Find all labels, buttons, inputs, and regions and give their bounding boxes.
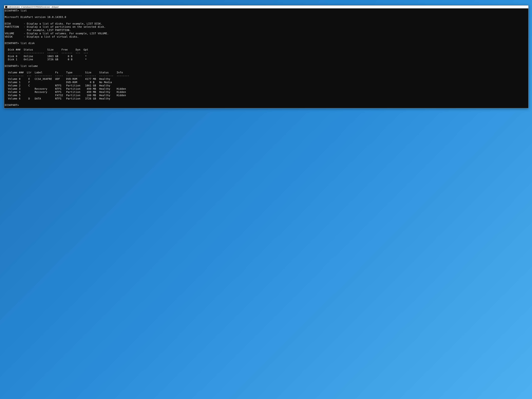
volume-table-sep: ---------- --- ----------- ----- -------… (5, 74, 129, 77)
disk-row: Disk 1 Online 3726 GB 0 B * (5, 58, 87, 61)
prompt: DISKPART> (5, 64, 19, 67)
help-vdisk-desc: - Displays a list of virtual disks. (24, 35, 79, 38)
volume-row: Volume 6 D DATA NTFS Partition 3726 GB H… (5, 97, 110, 100)
version-line: Microsoft DiskPart version 10.0.14393.0 (5, 16, 66, 19)
cmd-list-disk: list disk (20, 42, 35, 44)
window-title: Administrator: X:\windows\SYSTEM32\cmd.e… (8, 6, 59, 8)
cmd-list: list (20, 9, 27, 12)
help-partition-desc1: - Display a list of partitions on the se… (24, 25, 106, 28)
disk-row: Disk 0 Online 1863 GB 0 B * (5, 55, 87, 58)
help-disk-desc: - Display a list of disks. For example, … (24, 22, 102, 25)
titlebar[interactable]: C:\ Administrator: X:\windows\SYSTEM32\c… (4, 6, 528, 8)
help-disk-key: DISK (5, 22, 11, 25)
volume-row: Volume 5 FAT32 Partition 100 MB Healthy … (5, 94, 126, 97)
prompt: DISKPART> (5, 104, 19, 107)
volume-row: Volume 3 Recovery NTFS Partition 499 MB … (5, 87, 126, 90)
volume-row: Volume 2 C NTFS Partition 1861 GB Health… (5, 84, 110, 87)
terminal-output[interactable]: DISKPART> list Microsoft DiskPart versio… (4, 8, 528, 108)
volume-table-header: Volume ### Ltr Label Fs Type Size Status… (5, 71, 123, 74)
help-partition-desc2: For example, LIST PARTITION. (24, 29, 71, 32)
help-volume-key: VOLUME (5, 32, 14, 35)
disk-table-sep: -------- ------------- ------- ------- -… (5, 51, 88, 54)
cmd-window: C:\ Administrator: X:\windows\SYSTEM32\c… (4, 5, 529, 108)
volume-row: Volume 1 F DVD-ROM 0 B No Media (5, 81, 112, 84)
volume-row: Volume 4 Recovery NTFS Partition 499 MB … (5, 90, 126, 93)
disk-table-header: Disk ### Status Size Free Dyn Gpt (5, 48, 88, 51)
cmd-icon: C:\ (5, 6, 7, 8)
help-vdisk-key: VDISK (5, 35, 13, 38)
help-volume-desc: - Display a list of volumes. For example… (24, 32, 109, 35)
cmd-list-volume: list volume (20, 64, 38, 67)
prompt: DISKPART> (5, 42, 19, 44)
help-partition-key: PARTITION (5, 25, 19, 28)
prompt: DISKPART> (5, 9, 19, 12)
volume-row: Volume 0 E CCSA_X64FRE UDF DVD-ROM 4177 … (5, 77, 110, 80)
